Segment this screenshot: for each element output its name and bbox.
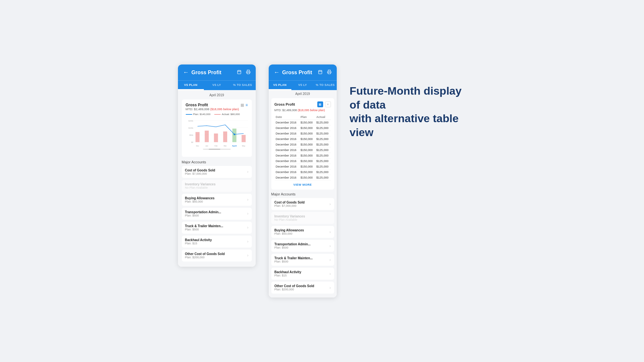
svg-rect-27 bbox=[209, 149, 220, 150]
table-row: December 2016$150,000$125,000 bbox=[275, 147, 331, 153]
left-chart-legend: Plan: $140,000 Actual: $80,000 bbox=[186, 113, 248, 116]
table-row: December 2016$150,000$125,000 bbox=[275, 142, 331, 147]
table-row: December 2016$150,000$125,000 bbox=[275, 131, 331, 136]
left-tab-pct-to-sales[interactable]: % TO SALES bbox=[230, 81, 256, 90]
right-tab-pct-to-sales[interactable]: % TO SALES bbox=[314, 81, 337, 90]
right-print-icon[interactable] bbox=[327, 70, 332, 75]
svg-text:$0: $0 bbox=[191, 141, 193, 143]
col-date-header: Date bbox=[275, 114, 299, 120]
left-account-item-5[interactable]: Backhaul Activity Plan: $15 › bbox=[182, 236, 252, 248]
right-calendar-icon[interactable] bbox=[318, 70, 322, 75]
table-row: December 2016$150,000$125,000 bbox=[275, 164, 331, 169]
svg-text:$50k: $50k bbox=[189, 134, 193, 136]
svg-rect-16 bbox=[223, 132, 227, 142]
table-row: December 2016$150,000$125,000 bbox=[275, 169, 331, 175]
right-account-item-4[interactable]: Truck & Trailer Mainten... Plan: $500 › bbox=[271, 254, 334, 266]
svg-rect-32 bbox=[328, 72, 330, 74]
right-account-item-2[interactable]: Buying Allowances Plan: $50,000 › bbox=[271, 226, 334, 238]
left-account-chevron-6: › bbox=[247, 253, 249, 258]
left-calendar-icon[interactable] bbox=[237, 70, 241, 75]
col-plan-header: Plan bbox=[299, 114, 315, 120]
left-print-icon[interactable] bbox=[246, 70, 251, 75]
left-tab-vs-ly[interactable]: VS LY bbox=[204, 81, 230, 90]
right-account-chevron-2: › bbox=[330, 230, 331, 234]
left-account-chevron-4: › bbox=[247, 225, 249, 230]
right-gp-title: Gross Profit bbox=[275, 102, 295, 106]
svg-rect-14 bbox=[205, 131, 208, 142]
right-description-panel: Future-Month display of data with altern… bbox=[350, 64, 466, 139]
left-back-button[interactable]: ← bbox=[183, 69, 189, 76]
svg-text:Dec: Dec bbox=[196, 145, 199, 147]
right-period-label: April 2019 bbox=[271, 92, 334, 96]
svg-rect-18 bbox=[241, 135, 245, 142]
svg-rect-15 bbox=[214, 134, 218, 142]
right-header-title: Gross Profit bbox=[282, 70, 313, 76]
svg-text:$150k: $150k bbox=[188, 120, 193, 122]
left-account-item-1[interactable]: Inventory Variances No Plan Available bbox=[182, 180, 252, 192]
table-row: December 2016$150,000$125,000 bbox=[275, 125, 331, 131]
right-phone-card: ← Gross Profit VS PLAN VS LY % TO SALES … bbox=[269, 64, 337, 298]
right-accounts-list: Cost of Goods Sold Plan: $7,000,000 › In… bbox=[271, 198, 334, 294]
left-card-content: April 2019 Gross Profit MTD: $2,489,008 … bbox=[178, 90, 256, 267]
left-account-item-4[interactable]: Truck & Trailer Mainten... Plan: $500 › bbox=[182, 222, 252, 234]
right-data-table: Date Plan Actual December 2016$150,000$1… bbox=[275, 114, 331, 181]
right-account-item-1[interactable]: Inventory Variances No Plan Available bbox=[271, 212, 334, 224]
right-table-view-icon[interactable]: ▦ bbox=[317, 101, 323, 107]
right-view-more-button[interactable]: VIEW MORE bbox=[275, 181, 331, 188]
svg-rect-28 bbox=[318, 70, 322, 74]
left-period-label: April 2019 bbox=[182, 93, 252, 97]
table-row: December 2016$150,000$125,000 bbox=[275, 120, 331, 125]
left-major-accounts-label: Major Accounts bbox=[182, 160, 252, 164]
left-chart-grid-icon[interactable]: ▦ bbox=[240, 103, 244, 107]
left-app-header: ← Gross Profit bbox=[178, 64, 256, 80]
left-tab-vs-plan[interactable]: VS PLAN bbox=[178, 81, 204, 90]
left-legend-actual: Actual: $80,000 bbox=[222, 113, 240, 116]
left-accounts-list: Cost of Goods Sold Plan: $7,000,000 › In… bbox=[182, 166, 252, 262]
right-tab-vs-ly[interactable]: VS LY bbox=[291, 81, 314, 90]
col-actual-header: Actual bbox=[315, 114, 331, 120]
right-tab-bar: VS PLAN VS LY % TO SALES bbox=[269, 80, 337, 90]
svg-text:Jan: Jan bbox=[205, 145, 208, 147]
right-account-item-5[interactable]: Backhaul Activity Plan: $15 › bbox=[271, 268, 334, 280]
left-chart-title: Gross Profit bbox=[186, 103, 239, 107]
left-chart-card: Gross Profit MTD: $2,489,008 ($18,095 be… bbox=[182, 99, 252, 157]
left-header-title: Gross Profit bbox=[192, 70, 232, 76]
right-gp-card: Gross Profit ▦ ≡ MTD: $2,489,008 ($18,09… bbox=[271, 98, 334, 190]
left-phone-card: ← Gross Profit VS PLAN VS LY % TO SALES … bbox=[178, 64, 256, 267]
left-account-chevron-0: › bbox=[247, 169, 249, 174]
svg-point-19 bbox=[233, 134, 235, 135]
left-account-item-0[interactable]: Cost of Goods Sold Plan: $7,000,000 › bbox=[182, 166, 252, 178]
right-account-chevron-3: › bbox=[330, 244, 331, 248]
left-account-item-6[interactable]: Other Cost of Goods Sold Plan: $200,000 … bbox=[182, 250, 252, 262]
svg-text:Mar: Mar bbox=[224, 145, 227, 147]
right-account-item-0[interactable]: Cost of Goods Sold Plan: $7,000,000 › bbox=[271, 198, 334, 210]
right-gp-subtitle: MTD: $2,489,008 ($18,095 below plan) bbox=[275, 109, 331, 112]
left-account-item-3[interactable]: Transportation Admin... Plan: $500 › bbox=[182, 208, 252, 220]
description-text: Future-Month display of data with altern… bbox=[350, 84, 466, 139]
svg-text:$100k: $100k bbox=[188, 127, 193, 129]
left-account-item-2[interactable]: Buying Allowances Plan: $50,000 › bbox=[182, 194, 252, 206]
right-back-button[interactable]: ← bbox=[274, 69, 280, 76]
left-account-chevron-3: › bbox=[247, 211, 249, 216]
right-gp-title-row: Gross Profit ▦ ≡ bbox=[275, 101, 331, 107]
left-legend-plan: Plan: $140,000 bbox=[193, 113, 211, 116]
svg-rect-0 bbox=[237, 70, 241, 74]
left-chart-list-icon[interactable]: ≡ bbox=[245, 103, 248, 107]
right-table-icons: ▦ ≡ bbox=[317, 101, 331, 107]
right-account-item-6[interactable]: Other Cost of Goods Sold Plan: $200,000 … bbox=[271, 282, 334, 294]
right-account-item-3[interactable]: Transportation Admin... Plan: $500 › bbox=[271, 240, 334, 252]
right-account-chevron-5: › bbox=[330, 272, 331, 276]
page-container: ← Gross Profit VS PLAN VS LY % TO SALES … bbox=[165, 52, 479, 310]
left-chart-svg-wrap: $150k $100k $50k $0 bbox=[186, 118, 248, 154]
left-tab-bar: VS PLAN VS LY % TO SALES bbox=[178, 80, 256, 90]
right-table-body: December 2016$150,000$125,000December 20… bbox=[275, 120, 331, 181]
svg-text:April: April bbox=[232, 145, 237, 147]
svg-rect-4 bbox=[247, 72, 249, 74]
left-account-chevron-2: › bbox=[247, 197, 249, 202]
table-row: December 2016$150,000$125,000 bbox=[275, 136, 331, 142]
right-tab-vs-plan[interactable]: VS PLAN bbox=[269, 81, 291, 90]
right-major-accounts-label: Major Accounts bbox=[271, 192, 334, 196]
right-list-view-icon[interactable]: ≡ bbox=[325, 101, 331, 107]
right-app-header: ← Gross Profit bbox=[269, 64, 337, 80]
left-chart-subtitle: MTD: $2,489,008 ($18,095 below plan) bbox=[186, 107, 239, 111]
